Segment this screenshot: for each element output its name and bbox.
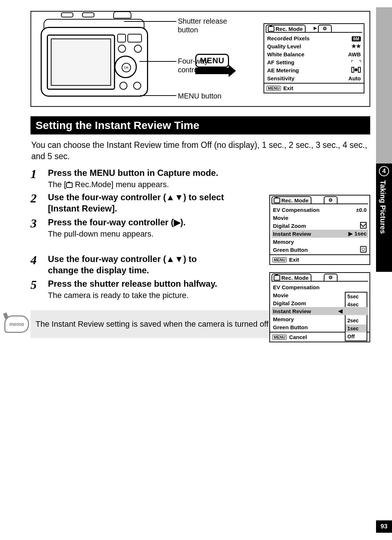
menu-button-icon	[133, 82, 141, 90]
lcd-screen-recmode-3: Rec. Mode ⚙ 5sec4sec3sec2sec1secOff EV C…	[269, 272, 370, 342]
menu-row: Memory	[271, 238, 368, 246]
camera-icon	[66, 182, 73, 188]
camera-icon	[274, 198, 280, 203]
dropdown-option: Off	[346, 333, 367, 340]
lcd2-foot: Exit	[289, 257, 299, 263]
step-number: 3	[30, 217, 48, 239]
menu-row: Memory	[271, 315, 368, 323]
step-title: Press the four-way controller (▶).	[48, 217, 229, 228]
memo-text: The Instant Review setting is saved when…	[36, 319, 271, 329]
chapter-number: 4	[379, 166, 389, 176]
menu-button-label: MENU button	[178, 92, 221, 100]
menu-key-label: MENU	[272, 257, 287, 262]
four-way-controller-icon: OK	[114, 56, 137, 78]
menu-row: Green Button	[271, 323, 368, 331]
menu-row: AF Setting⌜ ⌝	[266, 58, 362, 66]
lcd3-title: Rec. Mode	[281, 275, 309, 281]
step-title: Use the four-way controller (▲▼) to sele…	[48, 192, 229, 214]
camera-icon	[268, 26, 274, 32]
shutter-label: Shutter release button	[178, 17, 236, 34]
menu-row: Movie	[271, 291, 368, 299]
side-tab-gray	[376, 7, 392, 164]
menu-row: AE Metering	[266, 66, 362, 74]
menu-key-label: MENU	[272, 335, 287, 340]
menu-row: White BalanceAWB	[266, 50, 362, 58]
lcd-screen-recmode-1: Rec. Mode ▶ ⚙ Recorded Pixels6MQuality L…	[264, 23, 364, 93]
settings-tab-icon: ⚙	[324, 274, 338, 282]
menu-pill: MENU	[195, 54, 229, 68]
lcd1-foot: Exit	[283, 85, 293, 91]
step-desc: The pull-down menu appears.	[48, 229, 229, 239]
menu-row: Green Button	[271, 246, 368, 254]
camera-icon	[274, 275, 280, 281]
step-title: Press the shutter release button halfway…	[48, 278, 229, 289]
page-number: 93	[376, 520, 392, 533]
intro-text: You can choose the Instant Review time f…	[31, 140, 369, 162]
shutter-release-button-icon	[113, 11, 131, 19]
menu-row: Instant Review▶ 1sec	[271, 230, 368, 238]
step-number: 5	[30, 278, 48, 300]
menu-row: Digital Zoom	[271, 299, 368, 307]
lcd1-title: Rec. Mode	[275, 26, 303, 32]
menu-row: Recorded Pixels6M	[266, 34, 362, 42]
step-desc: The camera is ready to take the picture.	[48, 291, 229, 300]
menu-row: Movie	[271, 214, 368, 222]
menu-row: Instant Review◀	[271, 307, 368, 315]
step-number: 2	[30, 192, 48, 214]
menu-key-label: MENU	[266, 86, 281, 91]
step-number: 4	[30, 253, 48, 276]
menu-row: Digital Zoom	[271, 222, 368, 230]
menu-row: SensitivityAuto	[266, 74, 362, 82]
section-heading: Setting the Instant Review Time	[30, 116, 370, 134]
lcd2-title: Rec. Mode	[281, 197, 309, 203]
chapter-title: Taking Pictures	[379, 180, 387, 234]
lcd-screen-recmode-2: Rec. Mode ⚙ EV Compensation±0.0MovieDigi…	[269, 195, 370, 265]
memo-icon: memo	[4, 315, 29, 333]
settings-tab-icon: ⚙	[324, 196, 338, 204]
camera-body-icon: OK	[41, 27, 148, 97]
menu-row: Quality Level★★	[266, 42, 362, 50]
menu-row: EV Compensation±0.0	[271, 206, 368, 214]
step-number: 1	[30, 167, 48, 189]
lcd3-cancel: Cancel	[289, 334, 307, 340]
camera-diagram: OK Shutter release button Four-way contr…	[30, 11, 370, 107]
chapter-number-tab: 4	[376, 164, 392, 177]
chapter-title-tab: Taking Pictures	[376, 177, 392, 272]
settings-tab-icon: ⚙	[318, 25, 332, 33]
menu-row: EV Compensation	[271, 283, 368, 291]
arrow-right-icon	[195, 68, 229, 74]
step-title: Use the four-way controller (▲▼) to chan…	[48, 253, 229, 276]
